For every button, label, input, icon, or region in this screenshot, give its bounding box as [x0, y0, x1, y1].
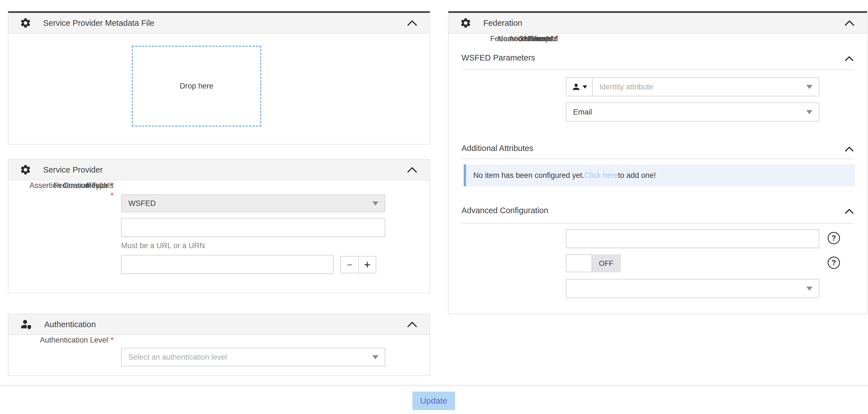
- panel-title: Service Provider: [43, 165, 103, 174]
- section-title-wsfed-parameters: WSFED Parameters: [462, 53, 535, 63]
- help-icon[interactable]: ?: [828, 232, 840, 244]
- panel-title: Service Provider Metadata File: [43, 19, 154, 28]
- file-dropzone[interactable]: Drop here: [132, 46, 261, 127]
- metadata-panel-header[interactable]: Service Provider Metadata File: [8, 13, 430, 34]
- chevron-down-icon: [806, 110, 812, 114]
- remove-url-button[interactable]: −: [341, 256, 358, 273]
- update-button[interactable]: Update: [412, 391, 455, 410]
- required-asterisk: *: [111, 336, 114, 344]
- authentication-level-select[interactable]: Select an authentication level: [121, 348, 385, 367]
- realm-hint: Must be a URL or a URN: [121, 241, 205, 250]
- name-id-format-select[interactable]: Email: [566, 103, 819, 122]
- section-title-additional-attributes: Additional Attributes: [462, 144, 533, 153]
- access-control-toggle[interactable]: OFF: [566, 254, 621, 272]
- gear-icon: [460, 17, 471, 29]
- required-asterisk: *: [555, 34, 558, 43]
- required-asterisk: *: [11, 191, 114, 201]
- click-here-link[interactable]: Click here: [584, 171, 618, 180]
- alert-text: No item has been configured yet.: [473, 171, 584, 180]
- panel-service-provider-metadata-file: Service Provider Metadata File Drop here: [8, 11, 430, 144]
- panel-title: Federation: [483, 19, 522, 28]
- certificate-select[interactable]: [566, 279, 819, 298]
- section-title-advanced-configuration: Advanced Configuration: [462, 206, 548, 215]
- section-divider: [462, 223, 854, 223]
- panel-authentication: Authentication Authentication Level* Sel…: [8, 314, 430, 376]
- chevron-down-icon: [806, 286, 812, 291]
- section-divider: [462, 159, 854, 159]
- chevron-up-icon[interactable]: [844, 145, 855, 154]
- service-provider-panel-header[interactable]: Service Provider: [8, 160, 430, 180]
- chevron-up-icon[interactable]: [843, 19, 856, 27]
- federation-panel-header[interactable]: Federation: [448, 13, 867, 34]
- chevron-down-icon: [372, 355, 378, 359]
- gear-icon: [20, 164, 31, 176]
- chevron-down-icon: [583, 85, 587, 89]
- chevron-up-icon[interactable]: [844, 208, 855, 217]
- chevron-down-icon: [372, 201, 378, 206]
- panel-federation: Federation WSFED Parameters Name Id* Ide…: [448, 11, 867, 314]
- alert-text: to add one!: [618, 171, 656, 180]
- chevron-up-icon[interactable]: [406, 166, 418, 174]
- panel-title: Authentication: [44, 320, 96, 329]
- federation-type-select[interactable]: WSFED: [121, 195, 385, 212]
- footer-divider: [0, 385, 868, 386]
- authentication-panel-header[interactable]: Authentication: [8, 314, 430, 335]
- assertion-consumer-url-stepper: − +: [340, 256, 376, 273]
- gear-icon: [20, 17, 31, 29]
- user-icon: [571, 82, 581, 92]
- chevron-up-icon[interactable]: [406, 19, 418, 27]
- assertion-consumer-url-input[interactable]: [121, 255, 334, 274]
- toggle-state-label: OFF: [592, 254, 621, 272]
- authentication-level-label: Authentication Level*: [8, 335, 114, 345]
- assertion-consumer-urls-label: Assertion Consumer Urls *: [8, 180, 114, 201]
- empty-attributes-alert: No item has been configured yet. Click h…: [464, 165, 855, 186]
- add-url-button[interactable]: +: [358, 256, 376, 273]
- section-divider: [462, 69, 854, 70]
- chevron-up-icon[interactable]: [844, 55, 855, 64]
- chevron-up-icon[interactable]: [406, 320, 418, 329]
- user-shield-icon: [20, 318, 33, 331]
- chevron-down-icon: [806, 85, 812, 89]
- federation-group-id-input[interactable]: [566, 229, 819, 248]
- toggle-knob: [566, 254, 592, 272]
- name-id-select[interactable]: Identity attribute: [592, 77, 819, 96]
- panel-service-provider: Service Provider Federation Type* WSFED …: [8, 159, 430, 293]
- certificate-label: Certificate*: [448, 34, 558, 44]
- help-icon[interactable]: ?: [828, 256, 840, 269]
- name-id-type-dropdown-button[interactable]: [566, 77, 593, 96]
- realm-input[interactable]: [121, 218, 385, 237]
